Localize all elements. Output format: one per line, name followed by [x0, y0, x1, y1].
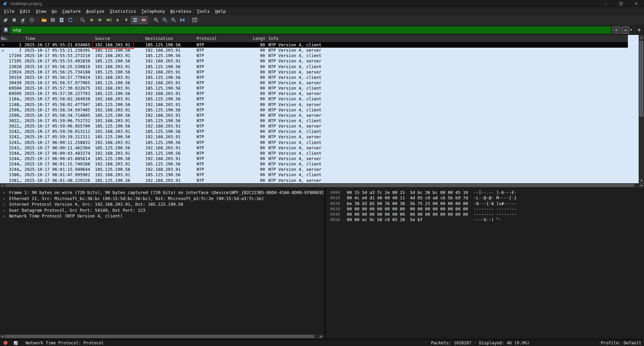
packet-row[interactable]: 1248…2025-10-17 05:58:02.477507185.125.1…	[0, 102, 628, 107]
scroll-right-arrow-icon[interactable]: ▶	[319, 334, 324, 339]
packet-row[interactable]: 695052025-10-17 05:57:30.227703185.125.1…	[0, 91, 628, 96]
go-to-packet-icon[interactable]	[105, 16, 113, 24]
go-first-icon[interactable]	[113, 16, 121, 24]
filter-history-dropdown-icon[interactable]: ▼	[630, 28, 632, 32]
display-filter-input[interactable]	[10, 28, 611, 33]
packet-row[interactable]: 1164…2025-10-17 05:58:02.264938192.168.2…	[0, 96, 628, 102]
packet-row[interactable]: 304392025-10-17 05:56:57.977065185.125.1…	[0, 80, 628, 86]
hex-row[interactable]: 004000 00 00 00 00 00 00 00 00 00 00 00 …	[326, 212, 644, 217]
menu-telephony[interactable]: Telephony	[139, 8, 167, 14]
column-header-destination[interactable]: Destination	[144, 35, 195, 42]
scroll-left-arrow-icon[interactable]: ◀	[0, 183, 5, 188]
packet-row[interactable]: 3243…2025-10-17 06:00:11.258832192.168.2…	[0, 140, 628, 145]
packet-row[interactable]: 3022…2025-10-17 05:59:06.752732192.168.2…	[0, 118, 628, 123]
packet-list-horizontal-scrollbar[interactable]: ◀ ▶	[0, 183, 644, 188]
expand-arrow-icon[interactable]: ▸	[3, 207, 5, 213]
menu-help[interactable]: Help	[213, 8, 228, 14]
open-file-icon[interactable]	[40, 16, 48, 24]
packet-row[interactable]: 3022…2025-10-17 05:59:06.955700185.125.1…	[0, 123, 628, 129]
column-header-time[interactable]: Time	[23, 35, 93, 42]
packet-list-vertical-scrollbar[interactable]: ▲ ▼	[639, 35, 644, 183]
profile-button[interactable]: Profile: Default	[601, 340, 641, 345]
capture-stop-icon[interactable]	[10, 16, 18, 24]
apply-filter-button[interactable]: →	[622, 27, 629, 34]
packet-row[interactable]: 695042025-10-17 05:57:30.022675192.168.2…	[0, 86, 628, 91]
minimize-button[interactable]: –	[598, 0, 613, 7]
packet-row[interactable]: 171052025-10-17 05:55:53.492838185.125.1…	[0, 58, 628, 64]
close-file-icon[interactable]	[57, 16, 65, 24]
restore-button[interactable]	[613, 0, 629, 7]
expert-info-icon[interactable]	[3, 341, 8, 345]
packet-row[interactable]: 230202025-10-17 05:56:25.530819192.168.2…	[0, 64, 628, 69]
zoom-reset-icon[interactable]	[169, 16, 177, 24]
packet-row[interactable]: 3381…2025-10-17 06:01:48.229156185.125.1…	[0, 178, 628, 183]
reload-file-icon[interactable]	[66, 16, 74, 24]
hex-row[interactable]: 0020be 38 d3 85 00 7b 00 38 5b 75 23 00 …	[326, 201, 644, 206]
packet-row[interactable]: 3244…2025-10-17 06:00:43.483274192.168.2…	[0, 151, 628, 156]
detail-tree-row[interactable]: ▸Frame 1: 90 bytes on wire (720 bits), 9…	[0, 190, 324, 196]
auto-scroll-icon[interactable]	[131, 16, 139, 24]
packet-row[interactable]: 3242…2025-10-17 05:59:39.013112192.168.2…	[0, 129, 628, 134]
resize-columns-icon[interactable]	[178, 16, 186, 24]
menu-statistics[interactable]: Statistics	[107, 8, 139, 14]
menu-go[interactable]: Go	[49, 8, 60, 14]
column-header-info[interactable]: Info	[267, 35, 628, 42]
menu-file[interactable]: File	[1, 8, 17, 14]
scroll-up-arrow-icon[interactable]: ▲	[639, 35, 644, 40]
scroll-down-arrow-icon[interactable]: ▼	[639, 178, 644, 183]
expand-arrow-icon[interactable]: ▸	[3, 190, 5, 196]
clear-filter-button[interactable]: ✕	[612, 27, 620, 34]
capture-options-icon[interactable]	[28, 16, 36, 24]
find-packet-icon[interactable]	[78, 16, 87, 24]
menu-edit[interactable]: Edit	[17, 8, 33, 14]
column-header-source[interactable]: Source	[93, 35, 144, 42]
detail-tree-row[interactable]: ▸User Datagram Protocol, Src Port: 54149…	[0, 207, 324, 213]
hex-row[interactable]: 001000 4c e9 d1 40 00 40 11 4d 05 c0 a8 …	[326, 195, 644, 201]
add-filter-button[interactable]: +	[637, 27, 641, 33]
detail-tree-row[interactable]: ▸Internet Protocol Version 4, Src: 192.1…	[0, 201, 324, 207]
expand-arrow-icon[interactable]: ▸	[3, 196, 5, 202]
capture-comment-icon[interactable]	[13, 341, 18, 345]
save-file-icon[interactable]	[49, 16, 57, 24]
capture-restart-icon[interactable]	[19, 16, 27, 24]
packet-row[interactable]: 230242025-10-17 05:56:25.734188185.125.1…	[0, 69, 628, 75]
packet-row[interactable]: 301542025-10-17 05:56:57.770424192.168.2…	[0, 75, 628, 80]
vertical-scroll-thumb[interactable]	[639, 41, 643, 116]
detail-tree-row[interactable]: ▸Network Time Protocol (NTP Version 4, c…	[0, 213, 324, 219]
scroll-right-arrow-icon[interactable]: ▶	[639, 183, 644, 188]
capture-start-icon[interactable]	[1, 16, 9, 24]
hex-row[interactable]: 005000 00 ec 9c 58 c9 05 28 5e bf····X··…	[326, 217, 644, 223]
zoom-out-icon[interactable]	[161, 16, 169, 24]
horizontal-scroll-thumb[interactable]	[5, 184, 634, 187]
packet-row[interactable]: 3244…2025-10-17 06:01:15.949644185.125.1…	[0, 167, 628, 172]
column-header-length[interactable]: Lengt	[251, 35, 267, 42]
colorize-icon[interactable]	[140, 16, 148, 24]
go-last-icon[interactable]	[122, 16, 130, 24]
packet-row[interactable]: 3244…2025-10-17 06:00:43.685614185.125.1…	[0, 156, 628, 161]
horizontal-scroll-thumb[interactable]	[5, 335, 314, 338]
filter-bookmark-button[interactable]	[1, 26, 10, 34]
hex-row[interactable]: 003000 00 00 00 00 00 00 00 00 00 00 00 …	[326, 206, 644, 212]
menu-wireless[interactable]: Wireless	[168, 8, 194, 14]
menu-view[interactable]: View	[33, 8, 49, 14]
packet-row[interactable]: 3242…2025-10-17 05:59:39.211311185.125.1…	[0, 134, 628, 140]
go-forward-icon[interactable]	[96, 16, 104, 24]
detail-tree-row[interactable]: ▸Ethernet II, Src: Microsoft_bc:36:bc (0…	[0, 196, 324, 202]
expand-arrow-icon[interactable]: ▸	[3, 201, 5, 207]
menu-analyze[interactable]: Analyze	[83, 8, 107, 14]
packet-row[interactable]: 3244…2025-10-17 06:01:15.740288192.168.2…	[0, 161, 628, 167]
details-horizontal-scrollbar[interactable]: ◀ ▶	[0, 334, 324, 339]
go-back-icon[interactable]	[87, 16, 95, 24]
menu-capture[interactable]: Capture	[60, 8, 84, 14]
packet-row[interactable]: 3243…2025-10-17 06:00:11.462304185.125.1…	[0, 145, 628, 151]
scroll-left-arrow-icon[interactable]: ◀	[0, 334, 5, 339]
packet-row[interactable]: 2599…2025-10-17 05:58:34.507405192.168.2…	[0, 107, 628, 113]
packet-row[interactable]: 3380…2025-10-17 06:01:47.995902192.168.2…	[0, 172, 628, 178]
packet-row[interactable]: 2599…2025-10-17 05:58:34.714895185.125.1…	[0, 113, 628, 118]
expand-arrow-icon[interactable]: ▸	[3, 213, 5, 219]
close-button[interactable]: ×	[629, 0, 644, 7]
packet-row[interactable]: 171042025-10-17 05:55:53.273210192.168.2…	[0, 53, 628, 58]
column-header-no[interactable]: No.	[0, 35, 23, 42]
packet-row[interactable]: 1→2025-10-17 05:55:21.034865192.168.203.…	[0, 42, 628, 48]
menu-tools[interactable]: Tools	[194, 8, 213, 14]
